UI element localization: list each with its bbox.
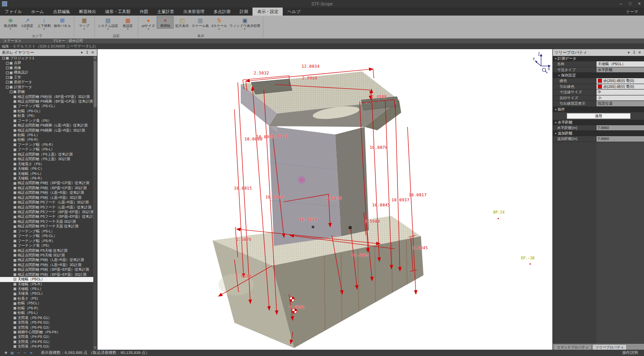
visibility-checkbox-icon[interactable] bbox=[13, 311, 16, 314]
visibility-checkbox-icon[interactable] bbox=[13, 340, 16, 343]
layer-item[interactable]: 検証点間距離 P6柱（BP面~CP面）3D計測 bbox=[0, 186, 93, 190]
ribbon-button-Zスケール[interactable]: ⇅Zスケール▾ bbox=[210, 16, 228, 31]
layer-item[interactable]: 天端長（P5CL） bbox=[0, 291, 93, 296]
layout-grid-icon[interactable]: ▤ bbox=[10, 351, 15, 355]
property-value[interactable]: 赤(255) 緑(0) 青(0) bbox=[597, 84, 644, 90]
property-value[interactable]: 7.9960 bbox=[597, 125, 644, 131]
properties-tab-ツリープロパティ[interactable]: ツリープロパティ bbox=[592, 344, 627, 350]
layer-item[interactable]: 天端幅（P6-R） bbox=[0, 176, 93, 181]
layer-item[interactable]: 検証点間距離 P6橋脚（L面~R面）従来計測 bbox=[0, 123, 93, 128]
layer-item[interactable]: 支間長（P5-P6 G1） bbox=[0, 316, 93, 320]
layer-item[interactable]: フーチング幅（P6-CL） bbox=[0, 104, 93, 108]
visibility-checkbox-icon[interactable] bbox=[13, 244, 16, 247]
visibility-checkbox-icon[interactable] bbox=[10, 62, 13, 65]
maximize-button[interactable]: □ bbox=[626, 0, 635, 8]
layer-item[interactable]: 天端幅（P5CL） bbox=[0, 277, 93, 282]
visibility-checkbox-icon[interactable] bbox=[13, 240, 16, 243]
layer-item[interactable]: フーチング幅（P5-L） bbox=[0, 229, 93, 234]
visibility-checkbox-icon[interactable] bbox=[13, 336, 16, 339]
property-value[interactable]: 7.9960 bbox=[597, 136, 644, 142]
tree-scrollbar[interactable]: ▲ ▼ bbox=[93, 56, 97, 350]
layer-item[interactable]: 柱幅（P5-L） bbox=[0, 311, 93, 315]
visibility-checkbox-icon[interactable] bbox=[13, 191, 16, 194]
tab-出来形管理[interactable]: 出来形管理 bbox=[179, 8, 209, 16]
visibility-checkbox-icon[interactable] bbox=[13, 172, 16, 175]
visibility-checkbox-icon[interactable] bbox=[13, 230, 16, 233]
visibility-checkbox-icon[interactable] bbox=[13, 105, 16, 108]
visibility-checkbox-icon[interactable] bbox=[10, 76, 13, 79]
layer-item[interactable]: 柱幅（P6-R） bbox=[0, 137, 93, 142]
visibility-checkbox-icon[interactable] bbox=[13, 287, 16, 290]
layer-item[interactable]: 支間長（P4-P5 G2） bbox=[0, 335, 93, 339]
layer-item[interactable]: 支間長（P4-P5 G3） bbox=[0, 344, 93, 349]
tree-expander-icon[interactable] bbox=[6, 62, 9, 65]
property-value[interactable]: 赤(255) 緑(0) 青(0) bbox=[597, 78, 644, 84]
layer-item[interactable]: 柱幅（P6-L） bbox=[0, 133, 93, 137]
visibility-checkbox-icon[interactable] bbox=[13, 235, 16, 237]
visibility-checkbox-icon[interactable] bbox=[13, 345, 16, 348]
visibility-checkbox-icon[interactable] bbox=[13, 182, 16, 185]
layer-item[interactable]: 支間長（P5-P6 G2） bbox=[0, 320, 93, 325]
visibility-checkbox-icon[interactable] bbox=[13, 143, 16, 146]
layer-item[interactable]: 構造設計 bbox=[0, 70, 93, 75]
visibility-checkbox-icon[interactable] bbox=[13, 196, 16, 199]
tree-expander-icon[interactable] bbox=[6, 66, 9, 69]
tab-表示・設定[interactable]: 表示・設定 bbox=[252, 8, 283, 16]
visibility-checkbox-icon[interactable] bbox=[13, 278, 16, 281]
ribbon-button-視点移動[interactable]: ⊕視点移動▾ bbox=[2, 16, 19, 31]
visibility-checkbox-icon[interactable] bbox=[13, 331, 16, 334]
visibility-checkbox-icon[interactable] bbox=[13, 316, 16, 319]
layer-item[interactable]: 検証点間距離 P5天端 3D計測 bbox=[0, 253, 93, 258]
tab-ファイル[interactable]: ファイル bbox=[0, 8, 26, 16]
layer-item[interactable]: 点群 bbox=[0, 61, 93, 65]
visibility-checkbox-icon[interactable] bbox=[13, 220, 16, 223]
visibility-checkbox-icon[interactable] bbox=[13, 293, 16, 295]
visibility-checkbox-icon[interactable] bbox=[13, 114, 16, 117]
panel-dropdown-icon[interactable]: ▾ bbox=[626, 50, 631, 55]
polygon-tool-icon[interactable]: ▰ bbox=[29, 351, 34, 355]
layer-item[interactable]: フーチング幅（P6-R） bbox=[0, 142, 93, 147]
visibility-checkbox-icon[interactable] bbox=[13, 187, 16, 190]
property-value[interactable]: 指定位置 bbox=[597, 101, 644, 106]
panel-pin-icon[interactable]: ↧ bbox=[631, 50, 637, 55]
tab-ヘルプ[interactable]: ヘルプ bbox=[283, 8, 305, 16]
layer-item[interactable]: 橋脚中心間距離（P5-P6） bbox=[0, 330, 93, 335]
layer-item[interactable]: 距離 bbox=[0, 90, 93, 94]
layer-item[interactable]: 検証点間距離 P6柱（L面~R面）3D計測 bbox=[0, 195, 93, 200]
tree-expander-icon[interactable] bbox=[10, 90, 13, 93]
property-value[interactable]: 小 bbox=[597, 95, 644, 101]
tree-expander-icon[interactable] bbox=[2, 57, 5, 60]
property-value[interactable]: 中 bbox=[597, 90, 644, 95]
property-group-水平距離[interactable]: ▾水平距離 bbox=[553, 120, 644, 125]
ribbon-button-色設定[interactable]: ▩色設定▾ bbox=[119, 16, 136, 31]
ribbon-button-上下移動[interactable]: ↕上下移動▾ bbox=[36, 16, 53, 31]
settings-gear-icon[interactable]: ✱ bbox=[3, 351, 8, 355]
layer-item[interactable]: 天端幅（P6-L） bbox=[0, 171, 93, 176]
visibility-checkbox-icon[interactable] bbox=[13, 163, 16, 166]
layer-item[interactable]: フーチング幅（P5-CL） bbox=[0, 234, 93, 238]
layer-item[interactable]: 座標データ bbox=[0, 80, 93, 84]
layer-item[interactable]: 天端幅（P6-C） bbox=[0, 166, 93, 171]
property-group-保存設定[interactable]: ▾保存設定 bbox=[553, 73, 644, 78]
layer-item[interactable]: フーチング幅（P6-L） bbox=[0, 147, 93, 152]
layer-item[interactable]: 検証点間距離 P6柱（BP面~CP面）従来計測 bbox=[0, 181, 93, 185]
scroll-down-icon[interactable]: ▼ bbox=[93, 346, 97, 350]
tab-計測[interactable]: 計測 bbox=[235, 8, 252, 16]
visibility-checkbox-icon[interactable] bbox=[13, 158, 16, 161]
visibility-checkbox-icon[interactable] bbox=[13, 110, 16, 113]
line-tool-icon[interactable]: ─ bbox=[22, 351, 27, 355]
visibility-checkbox-icon[interactable] bbox=[10, 71, 13, 74]
layer-item[interactable]: フーチング長（P6） bbox=[0, 119, 93, 123]
tab-作図[interactable]: 作図 bbox=[135, 8, 152, 16]
layer-item[interactable]: 工学 bbox=[0, 75, 93, 80]
visibility-checkbox-icon[interactable] bbox=[13, 259, 16, 262]
visibility-checkbox-icon[interactable] bbox=[13, 177, 16, 180]
visibility-checkbox-icon[interactable] bbox=[13, 254, 16, 257]
visibility-checkbox-icon[interactable] bbox=[13, 90, 16, 93]
visibility-checkbox-icon[interactable] bbox=[13, 206, 16, 209]
scroll-thumb[interactable] bbox=[94, 61, 97, 107]
layer-item[interactable]: 検証点間距離 P6橋脚（L面~R面）3D計測 bbox=[0, 128, 93, 133]
layer-item[interactable]: 検証点間距離 P5柱（L面~R面）3D計測 bbox=[0, 263, 93, 267]
layer-item[interactable]: 検証点間距離 P5フーチ（BP面~EP面）3D計測 bbox=[0, 210, 93, 214]
layer-item[interactable]: 検証点間距離 P5フーチ（BP面~EP面）従来計測 bbox=[0, 214, 93, 219]
